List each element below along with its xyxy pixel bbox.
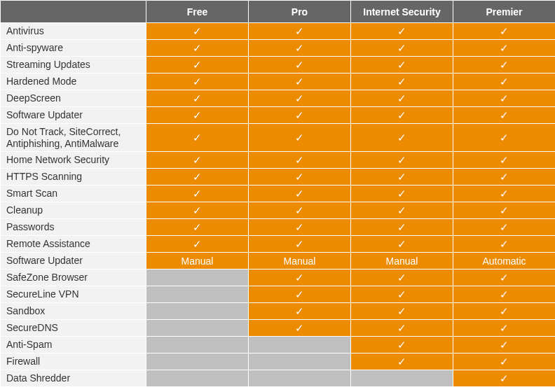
- check-icon: ✓: [295, 76, 304, 87]
- plan-cell: ✓: [146, 236, 249, 253]
- feature-label: Data Shredder: [1, 370, 146, 387]
- check-icon: ✓: [397, 289, 406, 300]
- check-icon: ✓: [193, 43, 202, 53]
- plan-cell: ✓: [453, 270, 556, 286]
- plan-cell: ✓: [146, 124, 249, 152]
- plan-cell: ✓: [351, 57, 453, 74]
- plan-cell: [146, 286, 249, 303]
- plan-cell: ✓: [351, 152, 453, 169]
- check-icon: ✓: [500, 110, 509, 120]
- table-row: Data Shredder✓: [1, 370, 556, 387]
- check-icon: ✓: [500, 26, 509, 36]
- table-row: Smart Scan✓✓✓✓: [1, 186, 556, 202]
- check-icon: ✓: [500, 132, 509, 143]
- check-icon: ✓: [193, 155, 202, 165]
- plan-cell: ✓: [249, 186, 351, 202]
- header-blank: [1, 1, 146, 23]
- check-icon: ✓: [295, 59, 304, 70]
- feature-label: Firewall: [1, 354, 146, 370]
- plan-cell: [146, 354, 249, 370]
- check-icon: ✓: [397, 93, 406, 104]
- column-header: Free: [146, 1, 249, 23]
- feature-label: HTTPS Scanning: [1, 169, 146, 186]
- plan-cell: ✓: [249, 152, 351, 169]
- check-icon: ✓: [295, 272, 304, 283]
- plan-cell: ✓: [146, 219, 249, 236]
- check-icon: ✓: [500, 155, 509, 165]
- table-row: Antivirus✓✓✓✓: [1, 23, 556, 40]
- check-icon: ✓: [500, 356, 509, 367]
- plan-cell: [146, 270, 249, 286]
- plan-cell: ✓: [146, 57, 249, 74]
- feature-label: SecureLine VPN: [1, 286, 146, 303]
- plan-cell: ✓: [146, 90, 249, 107]
- check-icon: ✓: [193, 188, 202, 199]
- plan-cell: ✓: [351, 107, 453, 124]
- feature-label: DeepScreen: [1, 90, 146, 107]
- check-icon: ✓: [397, 272, 406, 283]
- table-row: DeepScreen✓✓✓✓: [1, 90, 556, 107]
- plan-cell: ✓: [453, 286, 556, 303]
- check-icon: ✓: [193, 26, 202, 36]
- plan-cell: ✓: [249, 107, 351, 124]
- plan-cell: ✓: [146, 169, 249, 186]
- check-icon: ✓: [397, 59, 406, 70]
- plan-cell: ✓: [453, 303, 556, 320]
- plan-cell: [249, 337, 351, 354]
- plan-cell: ✓: [249, 202, 351, 219]
- plan-cell: [146, 370, 249, 387]
- plan-cell: ✓: [453, 186, 556, 202]
- table-row: Software Updater✓✓✓✓: [1, 107, 556, 124]
- plan-cell: ✓: [453, 202, 556, 219]
- check-icon: ✓: [295, 306, 304, 316]
- check-icon: ✓: [500, 188, 509, 199]
- table-row: Sandbox✓✓✓: [1, 303, 556, 320]
- check-icon: ✓: [500, 43, 509, 53]
- check-icon: ✓: [500, 323, 509, 333]
- check-icon: ✓: [193, 59, 202, 70]
- plan-cell: ✓: [146, 23, 249, 40]
- feature-label: SecureDNS: [1, 320, 146, 337]
- feature-label: Anti-spyware: [1, 40, 146, 57]
- check-icon: ✓: [295, 205, 304, 216]
- plan-cell: ✓: [453, 90, 556, 107]
- plan-cell: ✓: [146, 40, 249, 57]
- plan-cell: ✓: [453, 40, 556, 57]
- table-row: Firewall✓✓: [1, 354, 556, 370]
- plan-cell: Automatic: [453, 253, 556, 270]
- check-icon: ✓: [295, 188, 304, 199]
- check-icon: ✓: [193, 76, 202, 87]
- check-icon: ✓: [397, 356, 406, 367]
- feature-label: Hardened Mode: [1, 74, 146, 90]
- plan-cell: ✓: [146, 186, 249, 202]
- check-icon: ✓: [193, 110, 202, 120]
- feature-comparison-table: Free Pro Internet Security Premier Antiv…: [0, 0, 555, 387]
- plan-cell: ✓: [453, 152, 556, 169]
- check-icon: ✓: [397, 26, 406, 36]
- plan-cell: ✓: [249, 40, 351, 57]
- table-row: Cleanup✓✓✓✓: [1, 202, 556, 219]
- feature-label: Cleanup: [1, 202, 146, 219]
- plan-cell: ✓: [453, 219, 556, 236]
- plan-cell: [146, 320, 249, 337]
- check-icon: ✓: [500, 239, 509, 249]
- feature-label: Remote Assistance: [1, 236, 146, 253]
- check-icon: ✓: [295, 110, 304, 120]
- plan-cell: [249, 370, 351, 387]
- plan-cell: ✓: [249, 169, 351, 186]
- plan-cell: ✓: [249, 320, 351, 337]
- plan-cell: ✓: [249, 90, 351, 107]
- plan-cell: ✓: [249, 236, 351, 253]
- check-icon: ✓: [397, 205, 406, 216]
- check-icon: ✓: [295, 239, 304, 249]
- table-row: SecureDNS✓✓✓: [1, 320, 556, 337]
- plan-cell: Manual: [351, 253, 453, 270]
- plan-cell: ✓: [351, 270, 453, 286]
- plan-cell: ✓: [351, 337, 453, 354]
- table-row: Passwords✓✓✓✓: [1, 219, 556, 236]
- check-icon: ✓: [397, 323, 406, 333]
- check-icon: ✓: [500, 172, 509, 182]
- check-icon: ✓: [500, 306, 509, 316]
- check-icon: ✓: [500, 93, 509, 104]
- feature-label: Antivirus: [1, 23, 146, 40]
